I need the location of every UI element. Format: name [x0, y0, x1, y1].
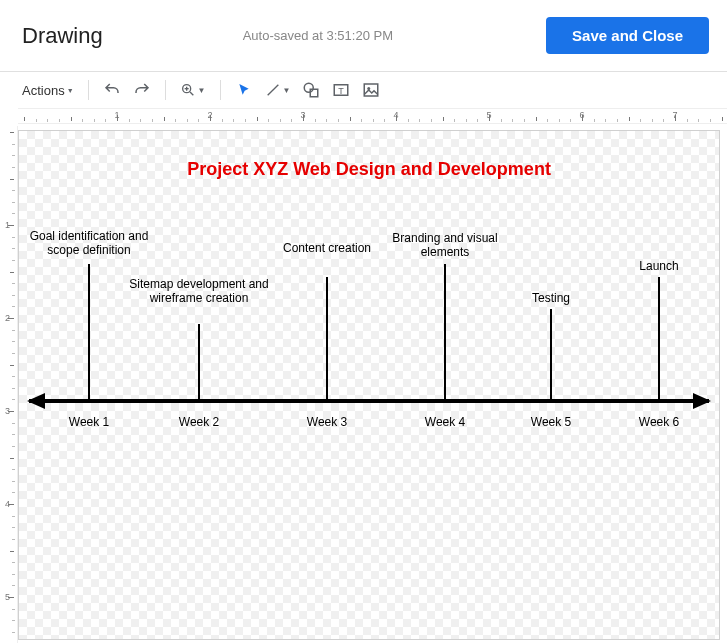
- undo-button[interactable]: [99, 77, 125, 103]
- milestone-week-label[interactable]: Week 6: [609, 415, 709, 429]
- milestone-label[interactable]: Launch: [589, 259, 727, 273]
- line-tool-button[interactable]: ▼: [261, 77, 295, 103]
- diagram-title-text[interactable]: Project XYZ Web Design and Development: [19, 159, 719, 180]
- milestone-tick: [326, 277, 328, 399]
- chevron-down-icon: ▼: [198, 86, 206, 95]
- redo-icon: [133, 81, 151, 99]
- milestone-tick: [198, 324, 200, 399]
- select-tool-button[interactable]: [231, 77, 257, 103]
- milestone-label[interactable]: Sitemap development and wireframe creati…: [129, 277, 269, 305]
- toolbar-separator: [165, 80, 166, 100]
- drawing-canvas[interactable]: Project XYZ Web Design and Development G…: [18, 130, 720, 640]
- textbox-icon: T: [332, 81, 350, 99]
- dialog-header: Drawing Auto-saved at 3:51:20 PM Save an…: [0, 0, 727, 72]
- textbox-tool-button[interactable]: T: [328, 77, 354, 103]
- dialog-title: Drawing: [22, 23, 103, 49]
- zoom-button[interactable]: ▼: [176, 77, 210, 103]
- svg-line-1: [190, 92, 193, 95]
- milestone-week-label[interactable]: Week 3: [277, 415, 377, 429]
- toolbar-separator: [220, 80, 221, 100]
- image-icon: [362, 81, 380, 99]
- toolbar-separator: [88, 80, 89, 100]
- actions-label: Actions: [22, 83, 65, 98]
- undo-icon: [103, 81, 121, 99]
- milestone-label[interactable]: Goal identification and scope definition: [19, 229, 159, 257]
- svg-text:T: T: [339, 86, 345, 96]
- svg-point-5: [305, 83, 314, 92]
- save-and-close-button[interactable]: Save and Close: [546, 17, 709, 54]
- ruler-horizontal: 1234567: [18, 108, 727, 124]
- line-icon: [265, 82, 281, 98]
- redo-button[interactable]: [129, 77, 155, 103]
- svg-rect-9: [365, 84, 379, 96]
- milestone-tick: [550, 309, 552, 399]
- chevron-down-icon: ▼: [67, 87, 74, 94]
- cursor-icon: [236, 82, 252, 98]
- autosave-status: Auto-saved at 3:51:20 PM: [103, 28, 546, 43]
- shape-tool-button[interactable]: [298, 77, 324, 103]
- milestone-week-label[interactable]: Week 1: [39, 415, 139, 429]
- chevron-down-icon: ▼: [283, 86, 291, 95]
- milestone-label[interactable]: Testing: [481, 291, 621, 305]
- zoom-icon: [180, 82, 196, 98]
- milestone-tick: [658, 277, 660, 399]
- milestone-label[interactable]: Branding and visual elements: [375, 231, 515, 259]
- canvas-area[interactable]: Project XYZ Web Design and Development G…: [18, 126, 727, 643]
- image-tool-button[interactable]: [358, 77, 384, 103]
- timeline-axis[interactable]: [29, 399, 709, 403]
- milestone-week-label[interactable]: Week 5: [501, 415, 601, 429]
- milestone-week-label[interactable]: Week 4: [395, 415, 495, 429]
- actions-menu-button[interactable]: Actions ▼: [18, 77, 78, 103]
- ruler-vertical: 12345: [2, 126, 18, 643]
- shape-icon: [302, 81, 320, 99]
- axis-arrow-right-icon: [693, 393, 711, 409]
- milestone-tick: [88, 264, 90, 399]
- toolbar: Actions ▼ ▼ ▼ T: [0, 72, 727, 108]
- milestone-week-label[interactable]: Week 2: [149, 415, 249, 429]
- svg-rect-6: [311, 89, 319, 97]
- svg-line-4: [267, 85, 278, 96]
- milestone-tick: [444, 264, 446, 399]
